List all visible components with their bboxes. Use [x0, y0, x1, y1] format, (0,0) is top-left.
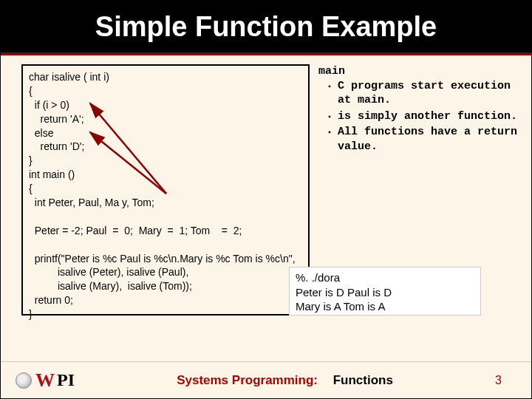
footer-topic: Systems Programming: — [177, 373, 318, 387]
code-line: { — [29, 84, 302, 98]
notes-heading: main — [318, 64, 529, 79]
code-line: int main () — [29, 168, 302, 182]
note-bullet: C programs start execution at main. — [327, 79, 529, 108]
code-line: } — [29, 154, 302, 168]
footer-caption: Systems Programming: Functions — [75, 373, 495, 388]
logo-letter-w: W — [35, 369, 55, 392]
output-line: Mary is A Tom is A — [296, 299, 474, 314]
page-number: 3 — [495, 374, 516, 387]
code-line: int Peter, Paul, Ma y, Tom; — [29, 196, 302, 210]
code-line: Peter = -2; Paul = 0; Mary = 1; Tom = 2; — [29, 224, 302, 238]
code-line: return 'D'; — [29, 140, 302, 154]
output-line: Peter is D Paul is D — [296, 285, 474, 300]
wpi-logo: W PI — [16, 369, 75, 392]
footer-subtopic: Functions — [333, 373, 393, 387]
note-bullet: is simply another function. — [327, 109, 529, 124]
code-line: } — [29, 307, 302, 321]
code-line — [29, 210, 302, 224]
code-line: if (i > 0) — [29, 98, 302, 112]
code-listing: char isalive ( int i) { if (i > 0) retur… — [21, 64, 310, 316]
code-line: printf("Peter is %c Paul is %c\n.Mary is… — [29, 252, 302, 266]
logo-letters-pi: PI — [57, 370, 75, 390]
title-bar: Simple Function Example — [1, 1, 531, 55]
code-line: return 'A'; — [29, 112, 302, 126]
note-bullet: All functions have a return value. — [327, 125, 529, 154]
slide-footer: W PI Systems Programming: Functions 3 — [1, 361, 531, 398]
code-line: isalive (Peter), isalive (Paul), — [29, 265, 302, 279]
code-line: return 0; — [29, 293, 302, 307]
code-line: char isalive ( int i) — [29, 70, 302, 84]
slide-content: char isalive ( int i) { if (i > 0) retur… — [1, 55, 531, 363]
output-line: %. ./dora — [296, 270, 474, 285]
program-output: %. ./dora Peter is D Paul is D Mary is A… — [289, 267, 481, 316]
notes-panel: main C programs start execution at main.… — [318, 64, 529, 155]
code-line: isalive (Mary), isalive (Tom)); — [29, 279, 302, 293]
code-line: else — [29, 126, 302, 140]
code-line — [29, 238, 302, 252]
slide-title: Simple Function Example — [95, 11, 437, 43]
logo-head-icon — [16, 372, 32, 389]
code-line: { — [29, 182, 302, 196]
